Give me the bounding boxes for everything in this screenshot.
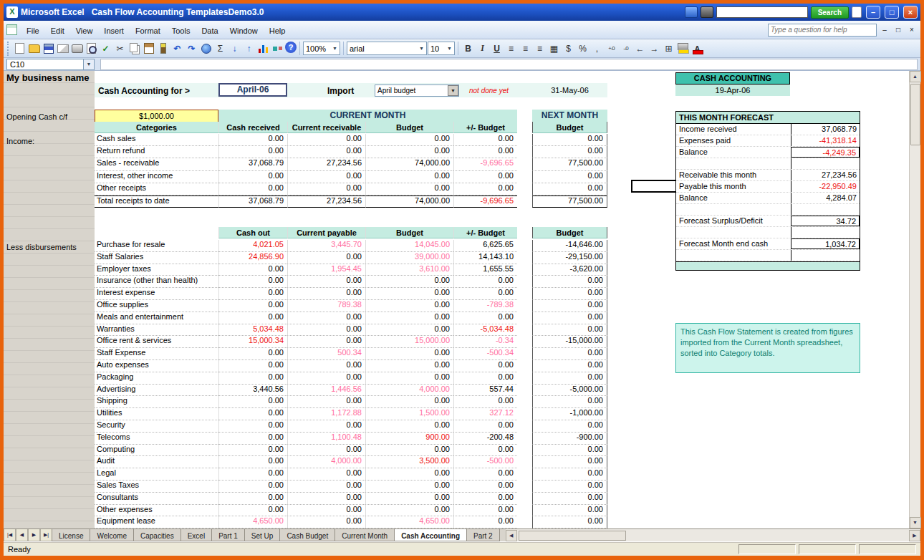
cell[interactable]: 0.00 — [287, 481, 365, 493]
cell[interactable]: 0.00 — [365, 396, 453, 408]
forecast-value[interactable]: -22,950.49 — [791, 181, 860, 192]
menu-edit[interactable]: Edit — [45, 24, 70, 38]
cell[interactable]: -5,034.48 — [453, 324, 517, 337]
decrease-decimal-icon[interactable]: -.0 — [619, 42, 632, 55]
row-label[interactable]: Employer taxes — [95, 264, 218, 276]
cell[interactable]: 0.00 — [287, 372, 365, 385]
cell[interactable]: 0.00 — [218, 288, 287, 300]
tab-prev-icon[interactable]: ◀ — [16, 529, 28, 541]
cell-next-month[interactable]: 0.00 — [532, 312, 607, 324]
cell[interactable]: 0.00 — [287, 252, 365, 264]
spelling-icon[interactable]: ✓ — [99, 42, 112, 55]
format-painter-icon[interactable] — [156, 42, 170, 55]
copy-icon[interactable] — [127, 42, 141, 55]
row-label[interactable]: Interest, other income — [95, 171, 218, 183]
cell[interactable]: 0.00 — [218, 183, 287, 195]
cell[interactable]: -500.00 — [453, 456, 517, 468]
cell-next-month[interactable]: 0.00 — [532, 456, 607, 468]
cell[interactable]: 37,068.79 — [218, 158, 287, 170]
cell[interactable]: 0.00 — [365, 171, 453, 183]
cell[interactable]: 1,100.48 — [287, 433, 365, 445]
row-label[interactable]: Advertising — [95, 385, 218, 397]
cell[interactable]: 0.00 — [365, 288, 453, 300]
zoom-select[interactable]: 100% ▼ — [303, 42, 340, 55]
cell[interactable]: 0.00 — [365, 146, 453, 158]
cell[interactable]: 0.00 — [287, 360, 365, 372]
cell[interactable]: 0.00 — [287, 336, 365, 348]
cell[interactable]: 0.00 — [218, 445, 287, 457]
row-label[interactable]: Purchase for resale — [95, 240, 218, 252]
align-left-icon[interactable]: ≡ — [504, 42, 518, 55]
name-box-dropdown-icon[interactable]: ▼ — [84, 59, 95, 70]
cell[interactable]: 0.00 — [365, 372, 453, 385]
cell[interactable]: 0.00 — [218, 264, 287, 276]
cell[interactable]: 0.00 — [287, 516, 365, 528]
row-label[interactable]: Utilities — [95, 408, 218, 420]
cell[interactable]: 74,000.00 — [365, 195, 453, 208]
cell[interactable]: 0.00 — [365, 134, 453, 146]
row-label[interactable]: Insurance (other than health) — [95, 276, 218, 288]
cell-next-month[interactable]: -3,620.00 — [532, 264, 607, 276]
titlebar-search-button[interactable]: Search — [811, 6, 849, 19]
forecast-value[interactable]: -41,318.14 — [791, 135, 860, 146]
increase-indent-icon[interactable]: → — [648, 42, 661, 55]
row-label[interactable]: Cash sales — [95, 134, 218, 146]
cell-next-month[interactable]: 0.00 — [532, 396, 607, 408]
cut-icon[interactable]: ✂ — [113, 42, 127, 55]
cell[interactable]: 900.00 — [365, 433, 453, 445]
row-label[interactable]: Staff Salaries — [95, 252, 218, 264]
cell[interactable]: 0.00 — [218, 468, 287, 481]
cell[interactable]: 0.00 — [365, 324, 453, 337]
cell-next-month[interactable]: 0.00 — [532, 134, 607, 146]
import-dropdown[interactable]: April budget ▼ — [375, 85, 459, 97]
sort-descending-icon[interactable]: ↑ — [242, 42, 256, 55]
cell[interactable]: 6,625.65 — [453, 240, 517, 252]
cell[interactable]: 0.00 — [453, 171, 517, 183]
new-icon[interactable] — [13, 42, 27, 55]
sheet-tab-license[interactable]: License — [52, 529, 90, 541]
cell[interactable]: 0.00 — [218, 505, 287, 517]
currency-icon[interactable]: $ — [562, 42, 575, 55]
cell[interactable]: 0.00 — [453, 183, 517, 195]
cell-next-month[interactable]: 0.00 — [532, 420, 607, 433]
cell-next-month[interactable]: 77,500.00 — [532, 195, 607, 208]
cell[interactable]: 74,000.00 — [365, 158, 453, 170]
forecast-value[interactable]: 27,234.56 — [791, 170, 860, 180]
row-label[interactable]: Equipment lease — [95, 516, 218, 528]
name-box[interactable]: C10 — [6, 59, 84, 70]
cell[interactable]: 27,234.56 — [287, 195, 365, 208]
cell-next-month[interactable]: -5,000.00 — [532, 385, 607, 397]
month-cell[interactable]: April-06 — [218, 83, 287, 97]
borders-icon[interactable]: ⊞ — [662, 42, 675, 55]
maximize-button[interactable]: □ — [885, 6, 899, 19]
vertical-scrollbar[interactable]: ▲ ▼ — [909, 71, 920, 528]
row-label[interactable]: Return refund — [95, 146, 218, 158]
workbook-close-icon[interactable]: × — [906, 26, 918, 34]
cell[interactable]: 0.00 — [453, 481, 517, 493]
cell-next-month[interactable]: 0.00 — [532, 516, 607, 528]
row-label[interactable]: Interest expense — [95, 288, 218, 300]
sheet-tab-set-up[interactable]: Set Up — [244, 529, 281, 541]
cell[interactable]: 0.00 — [453, 312, 517, 324]
horizontal-scrollbar[interactable]: ◀ ▶ — [506, 529, 920, 541]
cell[interactable]: 0.00 — [365, 348, 453, 360]
row-label[interactable]: Warranties — [95, 324, 218, 337]
cell[interactable]: -9,696.65 — [453, 195, 517, 208]
cell-next-month[interactable]: 0.00 — [532, 288, 607, 300]
cell[interactable]: 3,445.70 — [287, 240, 365, 252]
cell[interactable]: 0.00 — [218, 408, 287, 420]
menu-window[interactable]: Window — [224, 24, 264, 38]
cell[interactable]: 14,143.10 — [453, 252, 517, 264]
cell[interactable]: 0.00 — [453, 493, 517, 505]
cell[interactable]: 0.00 — [365, 312, 453, 324]
cell[interactable]: 15,000.34 — [218, 336, 287, 348]
cell[interactable]: 3,610.00 — [365, 264, 453, 276]
fill-color-icon[interactable] — [676, 42, 690, 55]
cell[interactable]: 24,856.90 — [218, 252, 287, 264]
cell[interactable]: 0.00 — [365, 183, 453, 195]
titlebar-search-input[interactable] — [716, 6, 808, 18]
cell[interactable]: 0.00 — [453, 516, 517, 528]
cell[interactable]: 4,650.00 — [218, 516, 287, 528]
tab-last-icon[interactable]: ▶| — [40, 529, 52, 541]
row-label[interactable]: Sales Taxes — [95, 481, 218, 493]
